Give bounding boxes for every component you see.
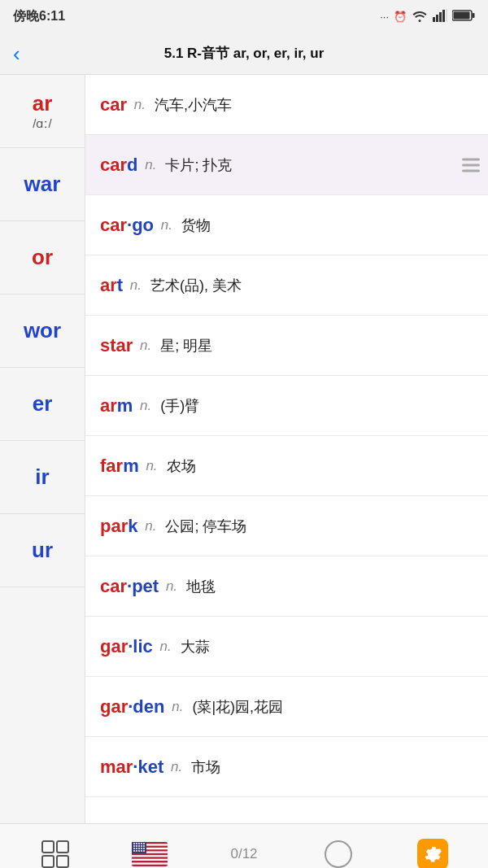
svg-rect-7 — [454, 11, 470, 19]
word-farm: farm — [100, 456, 139, 477]
sidebar-item-ar[interactable]: ar /ɑː/ — [0, 75, 85, 148]
word-row-cargo[interactable]: car·go n. 货物 — [85, 195, 488, 255]
svg-point-25 — [133, 845, 135, 847]
word-def-farm: 农场 — [163, 456, 196, 476]
word-pos-carpet: n. — [162, 578, 177, 595]
status-icons: ··· ⏰ — [380, 9, 475, 24]
word-pos-arm: n. — [136, 398, 151, 414]
svg-rect-10 — [42, 856, 54, 867]
svg-point-26 — [136, 845, 137, 847]
sidebar-item-or[interactable]: or — [0, 221, 85, 294]
word-card: card — [100, 155, 138, 176]
svg-point-31 — [136, 848, 137, 849]
word-pos-star: n. — [136, 338, 151, 354]
word-row-art[interactable]: art n. 艺术(品), 美术 — [85, 255, 488, 316]
word-market: mar·ket — [100, 757, 163, 778]
word-pos-farm: n. — [142, 458, 158, 474]
word-def-star: 星; 明星 — [156, 336, 212, 355]
tab-counter[interactable]: 0/12 — [197, 846, 291, 862]
sidebar-item-wor[interactable]: wor — [0, 294, 85, 368]
svg-point-24 — [143, 843, 145, 844]
main-content: ar /ɑː/ war or wor er ir ur car n. — [0, 75, 488, 823]
svg-rect-1 — [436, 15, 438, 22]
word-garden: gar·den — [100, 696, 164, 718]
tab-settings[interactable] — [386, 839, 480, 868]
svg-rect-6 — [473, 13, 475, 18]
menu-icon-card[interactable] — [462, 158, 480, 172]
svg-rect-11 — [57, 856, 68, 867]
word-def-card: 卡片; 扑克 — [161, 155, 232, 175]
svg-rect-8 — [42, 841, 54, 853]
word-row-card[interactable]: card n. 卡片; 扑克 — [85, 135, 488, 195]
sidebar-item-ir[interactable]: ir — [0, 441, 85, 514]
svg-point-30 — [133, 848, 135, 849]
page-title: 5.1 R-音节 ar, or, er, ir, ur — [164, 44, 325, 63]
word-pos-art: n. — [126, 277, 142, 294]
word-def-garden: (菜|花)园,花园 — [188, 697, 283, 717]
word-star: star — [100, 335, 133, 356]
word-def-carpet: 地毯 — [182, 577, 216, 596]
svg-point-35 — [133, 850, 135, 852]
sidebar-item-ur[interactable]: ur — [0, 514, 85, 587]
tab-flag[interactable] — [102, 842, 197, 866]
word-def-garlic: 大蒜 — [176, 637, 210, 656]
tab-bar: 0/12 — [0, 823, 488, 868]
svg-point-21 — [136, 843, 137, 844]
sidebar-item-war[interactable]: war — [0, 148, 85, 221]
status-bar: 傍晚6:11 ··· ⏰ — [0, 0, 488, 33]
svg-rect-3 — [442, 10, 445, 22]
svg-point-32 — [138, 848, 140, 849]
svg-point-20 — [133, 843, 135, 844]
word-def-car: 汽车,小汽车 — [150, 95, 232, 115]
word-row-garden[interactable]: gar·den n. (菜|花)园,花园 — [85, 677, 488, 737]
svg-point-37 — [138, 850, 140, 852]
svg-rect-17 — [132, 859, 168, 861]
battery-icon — [452, 10, 475, 24]
svg-point-22 — [138, 843, 140, 844]
word-row-arm[interactable]: arm n. (手)臂 — [85, 376, 488, 436]
sidebar-item-er[interactable]: er — [0, 368, 85, 441]
word-row-park[interactable]: park n. 公园; 停车场 — [85, 496, 488, 556]
word-row-carpet[interactable]: car·pet n. 地毯 — [85, 556, 488, 617]
circle-icon — [325, 840, 352, 868]
word-row-car[interactable]: car n. 汽车,小汽车 — [85, 75, 488, 135]
back-button[interactable]: ‹ — [13, 43, 20, 64]
status-time: 傍晚6:11 — [13, 8, 65, 25]
word-row-market[interactable]: mar·ket n. 市场 — [85, 737, 488, 797]
svg-point-34 — [143, 848, 145, 849]
sidebar-label-ur: ur — [32, 538, 53, 563]
phonics-sidebar: ar /ɑː/ war or wor er ir ur — [0, 75, 85, 823]
sidebar-label-er: er — [33, 391, 53, 417]
word-def-arm: (手)臂 — [156, 396, 199, 416]
sidebar-label-war: war — [24, 172, 61, 197]
word-list: car n. 汽车,小汽车 card n. 卡片; 扑克 car·go n. 货… — [85, 75, 488, 823]
sidebar-label-ir: ir — [35, 465, 49, 490]
word-pos-card: n. — [142, 157, 157, 173]
svg-point-28 — [141, 845, 142, 847]
svg-rect-18 — [132, 862, 168, 864]
flag-icon — [132, 842, 168, 866]
word-def-cargo: 货物 — [177, 216, 211, 235]
svg-point-33 — [141, 848, 142, 849]
word-row-star[interactable]: star n. 星; 明星 — [85, 316, 488, 376]
svg-rect-9 — [57, 841, 68, 853]
word-def-park: 公园; 停车场 — [161, 517, 246, 536]
sidebar-label-wor: wor — [24, 318, 61, 343]
svg-point-27 — [138, 845, 140, 847]
tab-circle[interactable] — [291, 840, 386, 868]
word-pos-park: n. — [142, 518, 157, 534]
word-pos-garlic: n. — [156, 639, 172, 655]
grid-icon — [41, 840, 70, 868]
word-row-garlic[interactable]: gar·lic n. 大蒜 — [85, 617, 488, 677]
word-row-farm[interactable]: farm n. 农场 — [85, 436, 488, 496]
counter-display: 0/12 — [230, 846, 257, 862]
alarm-icon: ⏰ — [394, 11, 407, 23]
word-def-art: 艺术(品), 美术 — [146, 276, 242, 295]
word-pos-car: n. — [130, 97, 146, 113]
svg-point-36 — [136, 850, 137, 852]
tab-grid[interactable] — [8, 840, 102, 868]
sidebar-label-or: or — [32, 245, 53, 270]
svg-point-38 — [141, 850, 142, 852]
word-carpet: car·pet — [100, 576, 159, 597]
svg-rect-0 — [433, 17, 435, 22]
